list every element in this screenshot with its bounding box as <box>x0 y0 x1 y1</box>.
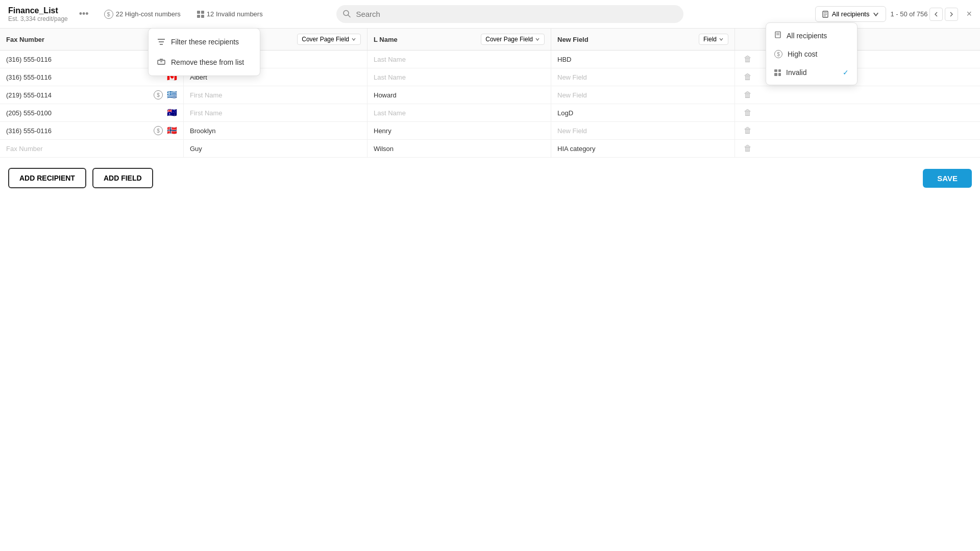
delete-cell-3: 🗑 <box>735 104 761 121</box>
next-page-button[interactable] <box>945 8 958 21</box>
header-right: All recipients 1 - 50 of 756 × <box>815 6 972 22</box>
filter-button-label: All recipients <box>832 10 870 18</box>
doc-icon-sm <box>774 31 781 40</box>
first-name-cell-3[interactable] <box>184 104 368 121</box>
new-field-input-2[interactable] <box>557 91 728 99</box>
cost-icon-2: $ <box>154 90 163 99</box>
new-field-cell-2[interactable] <box>551 86 735 104</box>
lname-column-header: L Name Cover Page Field <box>368 29 551 50</box>
all-recipients-option[interactable]: All recipients <box>766 26 857 45</box>
delete-button-0[interactable]: 🗑 <box>744 55 752 64</box>
delete-button-1[interactable]: 🗑 <box>744 72 752 82</box>
fax-number-0: (316) 555-0116 <box>6 56 150 63</box>
fax-number-3: (205) 555-0100 <box>6 109 163 117</box>
invalid-option[interactable]: Invalid ✓ <box>766 63 857 82</box>
doc-icon <box>822 11 829 18</box>
new-field-cell-3[interactable] <box>551 104 735 121</box>
check-icon: ✓ <box>843 68 849 77</box>
high-cost-badge[interactable]: $ 22 High-cost numbers <box>100 8 185 21</box>
save-button[interactable]: SAVE <box>923 169 972 188</box>
search-bar <box>336 5 683 23</box>
chevron-down-icon <box>872 11 879 18</box>
dollar-icon-sm: $ <box>774 50 782 58</box>
new-field-input-0[interactable] <box>557 56 728 63</box>
fax-cell-4: (316) 555-0116 $ 🇳🇴 <box>0 122 184 139</box>
new-field-column-header: New Field Field <box>551 29 735 50</box>
last-name-input-5[interactable] <box>374 145 545 153</box>
remove-from-list-label: Remove these from list <box>171 58 244 66</box>
last-name-input-0[interactable] <box>374 56 545 63</box>
high-cost-option-label: High cost <box>788 50 817 58</box>
first-name-input-5[interactable] <box>190 145 361 153</box>
delete-button-3[interactable]: 🗑 <box>744 108 752 117</box>
last-name-cell-4[interactable] <box>368 122 551 139</box>
pagination: 1 - 50 of 756 <box>890 8 958 21</box>
new-field-input-1[interactable] <box>557 73 728 81</box>
last-name-cell-5[interactable] <box>368 140 551 157</box>
last-name-cell-0[interactable] <box>368 51 551 68</box>
first-name-input-4[interactable] <box>190 127 361 135</box>
list-title: Finance_List <box>8 6 68 15</box>
delete-cell-1: 🗑 <box>735 68 761 86</box>
fax-cell-3: (205) 555-0100 🇦🇺 <box>0 104 184 121</box>
all-recipients-filter-button[interactable]: All recipients <box>815 6 887 22</box>
new-field-input-4[interactable] <box>557 127 728 135</box>
search-input[interactable] <box>336 5 683 23</box>
flag-icon-3: 🇦🇺 <box>167 109 177 117</box>
add-recipient-button[interactable]: ADD RECIPIENT <box>8 168 86 188</box>
new-field-cell-5[interactable] <box>551 140 735 157</box>
invalid-badge[interactable]: 12 Invalid numbers <box>193 8 267 20</box>
delete-cell-2: 🗑 <box>735 86 761 104</box>
first-name-input-3[interactable] <box>190 109 361 117</box>
lname-cover-page-field-button[interactable]: Cover Page Field <box>481 34 545 45</box>
last-name-input-3[interactable] <box>374 109 545 117</box>
fname-cover-page-field-button[interactable]: Cover Page Field <box>297 34 361 45</box>
fax-cell-5[interactable] <box>0 140 184 157</box>
first-name-cell-4[interactable] <box>184 122 368 139</box>
filter-dropdown: All recipients $ High cost Invalid ✓ <box>766 22 857 85</box>
last-name-input-1[interactable] <box>374 73 545 81</box>
title-group: Finance_List Est. 3,334 credit/page <box>8 6 68 22</box>
first-name-cell-2[interactable] <box>184 86 368 104</box>
table-row: (316) 555-0116 $ 🇳🇴 🗑 <box>0 122 980 140</box>
more-button[interactable]: ••• <box>76 8 92 20</box>
last-name-cell-3[interactable] <box>368 104 551 121</box>
first-name-cell-5[interactable] <box>184 140 368 157</box>
last-name-cell-2[interactable] <box>368 86 551 104</box>
new-field-cell-4[interactable] <box>551 122 735 139</box>
filter-recipients-menu-item[interactable]: Filter these recipients <box>149 32 260 52</box>
svg-rect-9 <box>158 60 165 64</box>
delete-button-4[interactable]: 🗑 <box>744 126 752 135</box>
new-field-header-label: New Field <box>557 36 589 43</box>
new-field-button[interactable]: Field <box>699 34 728 45</box>
svg-line-1 <box>348 15 350 17</box>
add-field-button[interactable]: ADD FIELD <box>92 168 153 188</box>
prev-page-button[interactable] <box>929 8 943 21</box>
fax-number-4: (316) 555-0116 <box>6 127 150 135</box>
invalid-option-label: Invalid <box>786 68 806 77</box>
delete-button-2[interactable]: 🗑 <box>744 90 752 99</box>
last-name-input-4[interactable] <box>374 127 545 135</box>
filter-lines-icon <box>157 37 166 46</box>
high-cost-option[interactable]: $ High cost <box>766 45 857 63</box>
last-name-cell-1[interactable] <box>368 68 551 86</box>
new-field-cell-0[interactable] <box>551 51 735 68</box>
flag-icon-2: 🇬🇷 <box>167 91 177 99</box>
new-field-input-3[interactable] <box>557 109 728 117</box>
first-name-input-2[interactable] <box>190 91 361 99</box>
dollar-circle-icon: $ <box>104 10 113 19</box>
close-button[interactable]: × <box>966 9 972 19</box>
fax-number-input-5[interactable] <box>6 145 177 153</box>
invalid-label: 12 Invalid numbers <box>207 10 263 18</box>
fax-number-1: (316) 555-0116 <box>6 73 163 81</box>
last-name-input-2[interactable] <box>374 91 545 99</box>
remove-from-list-menu-item[interactable]: Remove these from list <box>149 52 260 72</box>
pagination-label: 1 - 50 of 756 <box>890 10 927 18</box>
context-menu: Filter these recipients Remove these fro… <box>148 28 260 76</box>
delete-button-5[interactable]: 🗑 <box>744 144 752 153</box>
new-field-input-5[interactable] <box>557 145 728 153</box>
table-row: (205) 555-0100 🇦🇺 🗑 <box>0 104 980 122</box>
new-field-cell-1[interactable] <box>551 68 735 86</box>
search-icon <box>342 9 351 19</box>
bottom-bar: ADD RECIPIENT ADD FIELD SAVE <box>0 158 980 198</box>
